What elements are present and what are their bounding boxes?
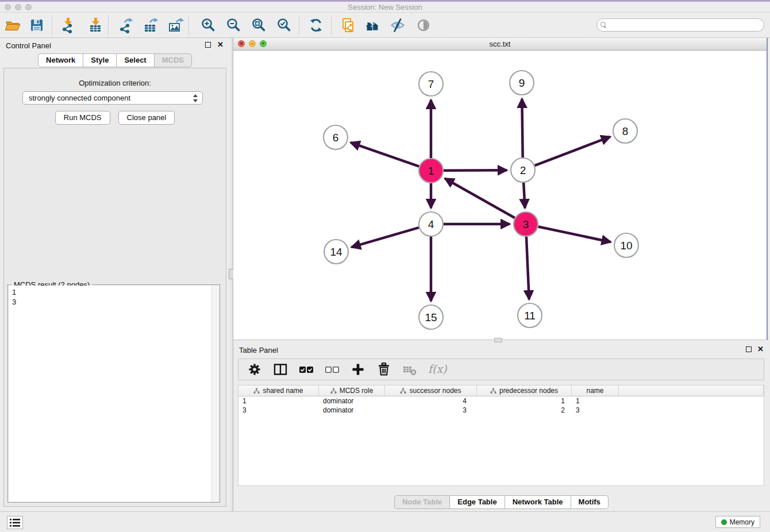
export-network-button[interactable] bbox=[115, 15, 136, 36]
float-table-panel-icon[interactable] bbox=[746, 346, 752, 352]
column-header-successor-nodes[interactable]: successor nodes bbox=[385, 385, 477, 396]
optimization-criterion-select[interactable]: strongly connected component bbox=[22, 91, 203, 105]
table-cell[interactable]: 2 bbox=[477, 406, 572, 415]
column-header-MCDS-role[interactable]: MCDS role bbox=[319, 385, 385, 396]
node-table[interactable]: shared nameMCDS rolesuccessor nodesprede… bbox=[238, 385, 764, 486]
result-line: 3 bbox=[12, 297, 215, 307]
network-graph[interactable]: 7968124314101511 bbox=[233, 51, 767, 340]
search-icon bbox=[600, 22, 607, 28]
graph-edge-4-14[interactable] bbox=[352, 228, 419, 247]
column-header-name[interactable]: name bbox=[572, 385, 619, 396]
tab-network[interactable]: Network bbox=[38, 53, 83, 67]
graph-edge-2-8[interactable] bbox=[535, 137, 610, 165]
column-label: shared name bbox=[263, 387, 303, 395]
select-all-columns-button[interactable] bbox=[298, 361, 314, 377]
import-table-button[interactable] bbox=[85, 15, 106, 36]
graph-node-label-14: 14 bbox=[330, 246, 342, 258]
table-row[interactable]: 3dominator323 bbox=[238, 406, 764, 415]
unselect-all-columns-button[interactable] bbox=[324, 361, 340, 377]
tab-select[interactable]: Select bbox=[116, 53, 154, 67]
optimization-criterion-value: strongly connected component bbox=[29, 94, 130, 102]
export-table-icon bbox=[143, 17, 159, 33]
tab-style[interactable]: Style bbox=[83, 53, 117, 67]
first-neighbors-button[interactable] bbox=[363, 15, 383, 36]
float-panel-icon[interactable] bbox=[205, 42, 211, 48]
node-table-header: shared nameMCDS rolesuccessor nodesprede… bbox=[238, 385, 764, 396]
column-header-shared-name[interactable]: shared name bbox=[238, 385, 319, 396]
table-row[interactable]: 1dominator411 bbox=[238, 396, 764, 406]
tree-icon bbox=[490, 388, 496, 394]
tab-mcds[interactable]: MCDS bbox=[154, 53, 192, 67]
zoom-fit-button[interactable] bbox=[248, 15, 269, 36]
toolbar-separator bbox=[188, 16, 189, 35]
zoom-out-button[interactable] bbox=[223, 15, 244, 36]
add-column-button[interactable] bbox=[350, 361, 366, 377]
table-cell[interactable]: dominator bbox=[319, 396, 385, 406]
graph-edge-3-11[interactable] bbox=[526, 237, 529, 299]
zoom-fit-icon bbox=[251, 17, 267, 33]
task-history-button[interactable] bbox=[7, 516, 23, 529]
tab-edge-table[interactable]: Edge Table bbox=[449, 495, 505, 509]
result-line: 1 bbox=[12, 287, 215, 297]
tab-motifs[interactable]: Motifs bbox=[571, 495, 609, 509]
zoom-selected-icon bbox=[276, 17, 292, 33]
network-window-titlebar[interactable]: ✕ − + scc.txt bbox=[233, 38, 767, 51]
dropdown-arrows-icon bbox=[193, 94, 198, 102]
control-panel-header: Control Panel ✕ bbox=[0, 38, 230, 53]
import-network-button[interactable] bbox=[57, 15, 78, 36]
export-image-button[interactable] bbox=[165, 15, 186, 36]
table-cell[interactable]: 4 bbox=[385, 396, 477, 406]
table-cell[interactable]: 3 bbox=[385, 406, 477, 415]
mcds-result-list[interactable]: 13 bbox=[9, 286, 219, 502]
table-cell[interactable]: dominator bbox=[319, 406, 385, 415]
graph-edge-1-6[interactable] bbox=[351, 142, 419, 167]
search-field[interactable] bbox=[596, 18, 764, 32]
eye-disabled-icon bbox=[415, 17, 432, 33]
open-folder-icon bbox=[5, 17, 21, 33]
network-view-window: ✕ − + scc.txt 7968124314101511 bbox=[233, 38, 768, 340]
table-cell[interactable]: 1 bbox=[477, 396, 572, 406]
table-cell[interactable]: 3 bbox=[238, 406, 319, 415]
run-mcds-button[interactable]: Run MCDS bbox=[55, 111, 110, 125]
control-panel-title: Control Panel bbox=[6, 41, 51, 50]
table-cell[interactable]: 3 bbox=[572, 406, 619, 415]
toolbar-separator bbox=[52, 16, 52, 35]
table-cell[interactable]: 1 bbox=[572, 396, 619, 406]
tree-icon bbox=[253, 388, 260, 394]
horizontal-splitter-handle[interactable] bbox=[494, 338, 502, 342]
table-cell[interactable]: 1 bbox=[238, 396, 319, 406]
save-session-button[interactable] bbox=[26, 15, 47, 36]
result-scrollbar[interactable] bbox=[211, 286, 219, 502]
memory-button[interactable]: Memory bbox=[715, 516, 760, 528]
split-panel-button[interactable] bbox=[272, 361, 288, 377]
column-header-predecessor-nodes[interactable]: predecessor nodes bbox=[477, 385, 572, 396]
zoom-selected-button[interactable] bbox=[274, 15, 294, 36]
tab-network-table[interactable]: Network Table bbox=[505, 495, 571, 509]
export-table-button[interactable] bbox=[140, 15, 161, 36]
close-table-panel-icon[interactable]: ✕ bbox=[757, 345, 764, 353]
statusbar: Memory bbox=[0, 511, 770, 532]
open-session-button[interactable] bbox=[2, 15, 23, 36]
control-panel: Control Panel ✕ Network Style Select MCD… bbox=[0, 38, 230, 511]
network-canvas[interactable]: 7968124314101511 bbox=[233, 51, 767, 340]
tab-node-table[interactable]: Node Table bbox=[394, 495, 450, 509]
zoom-in-button[interactable] bbox=[198, 15, 218, 36]
graph-edge-2-9[interactable] bbox=[522, 99, 522, 157]
graph-edge-3-10[interactable] bbox=[538, 227, 611, 242]
show-all-button[interactable] bbox=[413, 15, 434, 36]
close-panel-button[interactable]: Close panel bbox=[118, 111, 175, 125]
search-input[interactable] bbox=[609, 20, 764, 30]
mcds-panel: Optimization criterion: strongly connect… bbox=[3, 68, 226, 507]
hide-selected-button[interactable] bbox=[387, 15, 408, 36]
delete-column-button[interactable] bbox=[376, 361, 392, 377]
graph-edge-1-2[interactable] bbox=[444, 170, 507, 171]
refresh-layout-button[interactable] bbox=[306, 15, 326, 36]
clone-network-button[interactable] bbox=[337, 15, 358, 36]
close-panel-icon[interactable]: ✕ bbox=[217, 40, 224, 49]
list-icon bbox=[9, 518, 21, 528]
graph-edge-3-1[interactable] bbox=[445, 179, 514, 218]
graph-edge-2-3[interactable] bbox=[523, 183, 525, 208]
mcds-result-lines: 13 bbox=[9, 286, 219, 309]
table-settings-button[interactable] bbox=[247, 361, 263, 377]
app-window: Session: New Session bbox=[0, 0, 770, 532]
